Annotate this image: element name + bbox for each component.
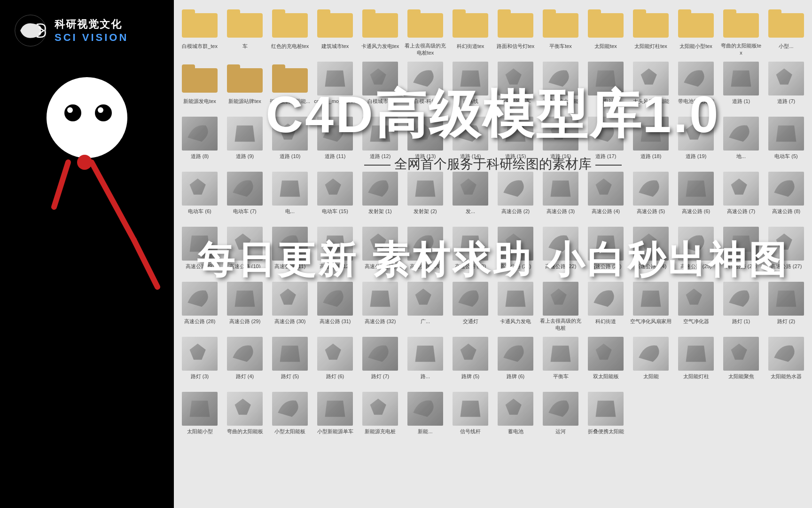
file-item[interactable]: 高速公路 (13) <box>358 224 402 278</box>
file-item[interactable]: 高速公路 (32) <box>358 279 402 333</box>
file-item[interactable]: 太阳能聚焦 <box>719 334 763 388</box>
file-item[interactable]: 高速公路 (3) <box>539 169 583 223</box>
file-item[interactable]: 不常见的太阳能 <box>539 59 583 113</box>
file-item[interactable]: 发... <box>448 169 492 223</box>
file-item[interactable]: 高速公路 (2) <box>493 169 538 223</box>
file-item[interactable]: 运河 <box>539 389 583 443</box>
file-item[interactable]: 电动车 (7) <box>223 169 267 223</box>
file-item[interactable]: 双太阳能板 <box>584 334 628 388</box>
file-item[interactable]: 路灯 (7) <box>358 334 402 388</box>
file-item[interactable]: 高速公路 (7) <box>719 169 763 223</box>
file-item[interactable]: 白模城市群_tex <box>178 4 222 58</box>
file-item[interactable]: 路牌 (5) <box>448 334 492 388</box>
file-item[interactable]: 道路 (10) <box>268 114 312 168</box>
file-item[interactable]: 高速公路 (10) <box>223 224 267 278</box>
file-item[interactable]: 高速公路 (22) <box>539 224 583 278</box>
file-item[interactable]: 高速公路 (20) <box>448 224 492 278</box>
file-item[interactable]: 道路 (8) <box>178 114 222 168</box>
file-item[interactable]: 不常见的风车 <box>493 59 538 113</box>
file-item[interactable]: 高速公路 (25) <box>674 224 718 278</box>
file-item[interactable]: 道路 (17) <box>584 114 628 168</box>
file-item[interactable]: 交通灯 <box>448 279 492 333</box>
file-item[interactable]: 道路 (18) <box>629 114 673 168</box>
file-item[interactable]: 电动车 (15) <box>313 169 357 223</box>
file-item[interactable]: 小型新能源单车 <box>313 389 357 443</box>
file-item[interactable]: 太阳能热水器 <box>764 334 808 388</box>
file-item[interactable]: 高速公路 (24) <box>629 224 673 278</box>
file-item[interactable]: 高速公路 (11) <box>268 224 312 278</box>
file-item[interactable]: 路灯 (1) <box>719 279 763 333</box>
file-item[interactable]: 小型太阳能板 <box>268 389 312 443</box>
file-item[interactable]: 新能源发电tex <box>178 59 222 113</box>
file-item[interactable]: 道路 (14) <box>448 114 492 168</box>
file-item[interactable]: 道路 (11) <box>313 114 357 168</box>
file-item[interactable]: 广... <box>403 279 447 333</box>
file-item[interactable]: 电动车 (5) <box>764 114 808 168</box>
file-item[interactable]: 高速公路 (12) <box>313 224 357 278</box>
file-item[interactable]: 平衡车 <box>539 334 583 388</box>
file-item[interactable]: 路牌 (6) <box>493 334 538 388</box>
file-item[interactable]: 道路 (7) <box>764 59 808 113</box>
file-item[interactable]: 红色的充电桩tex <box>268 4 312 58</box>
file-item[interactable]: 蓄电池 <box>493 389 538 443</box>
file-item[interactable]: 道路 (16) <box>539 114 583 168</box>
file-item[interactable]: 道路 (12) <box>358 114 402 168</box>
file-item[interactable]: 折叠便携太阳能 <box>584 389 628 443</box>
file-item[interactable]: 路... <box>403 334 447 388</box>
file-item[interactable]: 高速公路 (21) <box>493 224 538 278</box>
file-item[interactable]: 地... <box>719 114 763 168</box>
file-item[interactable]: 道路 (19) <box>674 114 718 168</box>
file-item[interactable]: 太阳能灯柱tex <box>629 4 673 58</box>
file-item[interactable]: 小型... <box>764 4 808 58</box>
file-item[interactable]: 道路 (1) <box>719 59 763 113</box>
file-item[interactable]: 信号线杆 <box>448 389 492 443</box>
file-item[interactable]: 新能源站牌tex <box>223 59 267 113</box>
file-item[interactable]: 弯曲的太阳能板tex <box>719 4 763 58</box>
file-item[interactable]: 平衡车tex <box>539 4 583 58</box>
file-item[interactable]: 车 <box>223 4 267 58</box>
file-item[interactable]: 弯曲的太阳能板 <box>223 389 267 443</box>
file-item[interactable]: 高速公路 (9) <box>178 224 222 278</box>
file-item[interactable]: 折叠便携太阳能... <box>268 59 312 113</box>
file-item[interactable]: 卡通风力发电 <box>493 279 538 333</box>
file-item[interactable]: 高速公路 (28) <box>178 279 222 333</box>
file-item[interactable]: 太阳能小型 <box>178 389 222 443</box>
file-item[interactable]: 高速公路 (8) <box>764 169 808 223</box>
file-item[interactable]: 空气净化器 <box>674 279 718 333</box>
file-item[interactable]: 太阳能 <box>629 334 673 388</box>
file-item[interactable]: 看上去很高级的充电桩 <box>539 279 583 333</box>
file-item[interactable]: 高速公路 (6) <box>674 169 718 223</box>
file-item[interactable]: 高速公路 (5) <box>629 169 673 223</box>
file-item[interactable]: 太阳能tex <box>584 4 628 58</box>
file-item[interactable]: 空气净化风扇家用 <box>629 279 673 333</box>
file-item[interactable]: 道路 (13) <box>403 114 447 168</box>
file-item[interactable]: 高速公路 (31) <box>313 279 357 333</box>
file-item[interactable]: 科幻街道 <box>584 279 628 333</box>
file-item[interactable]: 新能... <box>403 389 447 443</box>
file-item[interactable]: 卡通风力发电tex <box>358 4 402 58</box>
file-item[interactable]: 路灯 (6) <box>313 334 357 388</box>
file-item[interactable]: 道路 (15) <box>493 114 538 168</box>
file-item[interactable]: 路面和信号灯tex <box>493 4 538 58</box>
file-item[interactable]: 看上去很高级的充电桩tex <box>403 4 447 58</box>
file-item[interactable]: 高速公路 (23) <box>584 224 628 278</box>
file-item[interactable]: 路灯 (2) <box>764 279 808 333</box>
file-item[interactable]: 充电站 <box>584 59 628 113</box>
file-item[interactable]: 电... <box>268 169 312 223</box>
file-item[interactable]: 建筑城市tex <box>313 4 357 58</box>
file-item[interactable]: 斑马线 <box>448 59 492 113</box>
file-item[interactable]: 道路 (9) <box>223 114 267 168</box>
file-item[interactable]: 高速公路 (4) <box>584 169 628 223</box>
file-item[interactable]: 白模-科幻 <box>403 59 447 113</box>
file-item[interactable]: 白模城市群 <box>358 59 402 113</box>
file-item[interactable]: 电动车 (6) <box>178 169 222 223</box>
file-item[interactable]: 发射架 (2) <box>403 169 447 223</box>
file-item[interactable]: 高速公路 (26) <box>719 224 763 278</box>
file-item[interactable]: 路灯 (4) <box>223 334 267 388</box>
file-item[interactable]: 高速公路 (14) <box>403 224 447 278</box>
file-item[interactable]: 新能源充电桩 <box>358 389 402 443</box>
file-item[interactable]: 路灯 (5) <box>268 334 312 388</box>
file-item[interactable]: 路灯 (3) <box>178 334 222 388</box>
file-item[interactable]: 太阳能灯柱 <box>674 334 718 388</box>
file-item[interactable]: 太阳能小型tex <box>674 4 718 58</box>
